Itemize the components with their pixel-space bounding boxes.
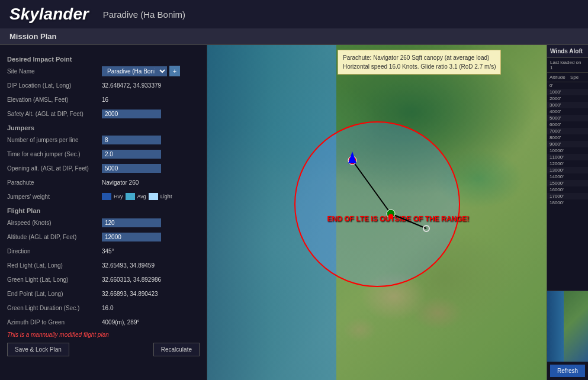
mission-plan-label: Mission Plan bbox=[9, 32, 56, 41]
winds-row: 4000' bbox=[547, 108, 588, 115]
winds-row: 13000' bbox=[547, 167, 588, 173]
winds-subheader: Last loaded on 1 bbox=[547, 58, 588, 73]
weight-avg-label: Avg bbox=[137, 194, 146, 199]
num-jumpers-input[interactable] bbox=[102, 136, 161, 144]
tooltip-line2: Horizontal speed 16.0 Knots. Glide ratio… bbox=[343, 62, 496, 71]
azimuth-value: 4009(m), 289° bbox=[102, 319, 139, 326]
winds-altitude: 13000' bbox=[550, 168, 570, 173]
winds-row: 1000' bbox=[547, 89, 588, 95]
refresh-button[interactable]: Refresh bbox=[550, 365, 585, 377]
winds-row: 15000' bbox=[547, 180, 588, 186]
tooltip-line1: Parachute: Navigator 260 Sqft canopy (at… bbox=[343, 53, 496, 62]
winds-speed bbox=[570, 148, 586, 153]
winds-altitude: 14000' bbox=[550, 174, 570, 179]
direction-label: Direction bbox=[7, 248, 102, 255]
winds-row: 3000' bbox=[547, 102, 588, 108]
weight-hvy-label: Hvy bbox=[114, 194, 123, 199]
winds-row: 5000' bbox=[547, 115, 588, 121]
green-duration-label: Green Light Duration (Sec.) bbox=[7, 305, 102, 311]
parachute-row: Parachute Navigator 260 bbox=[7, 176, 200, 188]
winds-altitude: 8000' bbox=[550, 135, 570, 140]
winds-thumbnail bbox=[547, 291, 588, 362]
azimuth-label: Azimuth DIP to Green bbox=[7, 319, 102, 326]
winds-speed bbox=[570, 115, 586, 121]
green-light-label: Green Light (Lat, Long) bbox=[7, 276, 102, 283]
thumb-water bbox=[547, 291, 564, 362]
winds-altitude: 15000' bbox=[550, 181, 570, 186]
winds-row: 12000' bbox=[547, 160, 588, 167]
winds-rows: 0'1000'2000'3000'4000'5000'6000'7000'800… bbox=[547, 82, 588, 291]
time-each-input[interactable] bbox=[102, 150, 161, 159]
modified-plan-warning: This is a mannually modified flight plan bbox=[7, 331, 200, 338]
time-each-label: Time for each jumper (Sec.) bbox=[7, 151, 102, 157]
site-select-container: Paradive (Ha Bonim) + bbox=[102, 66, 180, 76]
winds-speed bbox=[570, 161, 586, 166]
weight-label: Jumpers' weight bbox=[7, 194, 102, 200]
red-light-label: Red Light (Lat, Long) bbox=[7, 262, 102, 269]
winds-speed bbox=[570, 109, 586, 114]
winds-row: 9000' bbox=[547, 141, 588, 147]
winds-row: 17000' bbox=[547, 193, 588, 199]
save-lock-button[interactable]: Save & Lock Plan bbox=[7, 343, 69, 356]
elevation-row: Elevation (AMSL, Feet) 16 bbox=[7, 94, 200, 105]
winds-speed bbox=[570, 181, 586, 186]
parachute-tooltip: Parachute: Navigator 260 Sqft canopy (at… bbox=[338, 50, 501, 75]
winds-altitude: 0' bbox=[550, 83, 570, 88]
winds-altitude: 2000' bbox=[550, 96, 570, 101]
winds-speed bbox=[570, 102, 586, 108]
green-light-value: 32.660313, 34.892986 bbox=[102, 276, 161, 283]
winds-altitude: 7000' bbox=[550, 128, 570, 134]
winds-col-altitude: Altitude bbox=[550, 75, 570, 80]
opening-alt-label: Opening alt. (AGL at DIP, Feet) bbox=[7, 165, 102, 172]
winds-altitude: 9000' bbox=[550, 141, 570, 147]
weight-hvy-box bbox=[102, 193, 111, 200]
winds-speed bbox=[570, 200, 586, 205]
winds-speed bbox=[570, 168, 586, 173]
num-jumpers-row: Number of jumpers per line bbox=[7, 134, 200, 146]
site-name-row: Site Name Paradive (Ha Bonim) + bbox=[7, 65, 200, 77]
green-duration-value: 16.0 bbox=[102, 305, 113, 311]
add-site-button[interactable]: + bbox=[169, 66, 180, 76]
winds-altitude: 6000' bbox=[550, 122, 570, 127]
flight-plan-section-title: Flight Plan bbox=[7, 207, 200, 214]
winds-speed bbox=[570, 154, 586, 160]
bottom-buttons: Save & Lock Plan Recalculate bbox=[7, 343, 200, 356]
opening-alt-row: Opening alt. (AGL at DIP, Feet) bbox=[7, 162, 200, 174]
parachute-value: Navigator 260 bbox=[102, 179, 139, 186]
winds-speed bbox=[570, 174, 586, 179]
weight-row: Jumpers' weight Hvy Avg Light bbox=[7, 191, 200, 202]
altitude-label: Altitude (AGL at DIP, Feet) bbox=[7, 234, 102, 240]
winds-speed bbox=[570, 128, 586, 134]
weight-avg-box bbox=[126, 193, 135, 200]
winds-altitude: 10000' bbox=[550, 148, 570, 153]
airspeed-input[interactable] bbox=[102, 218, 161, 227]
winds-altitude: 18000' bbox=[550, 200, 570, 205]
outside-range-warning: END OF LTE IS OUTSIDE OF THE RANGE! bbox=[327, 215, 470, 223]
opening-alt-input[interactable] bbox=[102, 164, 161, 173]
map-area[interactable]: Parachute: Navigator 260 Sqft canopy (at… bbox=[207, 45, 547, 380]
weight-lgt-box bbox=[149, 193, 158, 200]
winds-altitude: 3000' bbox=[550, 102, 570, 108]
winds-speed bbox=[570, 96, 586, 101]
winds-header: Winds Aloft bbox=[547, 45, 588, 58]
green-duration-row: Green Light Duration (Sec.) 16.0 bbox=[7, 302, 200, 314]
altitude-input[interactable] bbox=[102, 233, 161, 241]
winds-row: 6000' bbox=[547, 121, 588, 128]
winds-speed bbox=[570, 83, 586, 88]
site-name-select[interactable]: Paradive (Ha Bonim) bbox=[102, 66, 167, 76]
winds-speed bbox=[570, 141, 586, 147]
red-light-row: Red Light (Lat, Long) 32.65493, 34.89459 bbox=[7, 259, 200, 271]
elevation-value: 16 bbox=[102, 96, 108, 103]
direction-row: Direction 345° bbox=[7, 245, 200, 257]
winds-row: 2000' bbox=[547, 95, 588, 102]
jumpers-section-title: Jumpers bbox=[7, 124, 200, 131]
dip-location-row: DIP Location (Lat, Long) 32.648472, 34.9… bbox=[7, 79, 200, 91]
weight-icons: Hvy Avg Light bbox=[102, 193, 172, 200]
safety-alt-input[interactable] bbox=[102, 110, 161, 118]
end-point-row: End Point (Lat, Long) 32.66893, 34.89042… bbox=[7, 288, 200, 300]
winds-row: 11000' bbox=[547, 154, 588, 160]
winds-altitude: 5000' bbox=[550, 115, 570, 121]
winds-row: 7000' bbox=[547, 128, 588, 134]
winds-speed bbox=[570, 89, 586, 95]
recalculate-button[interactable]: Recalculate bbox=[153, 343, 200, 356]
